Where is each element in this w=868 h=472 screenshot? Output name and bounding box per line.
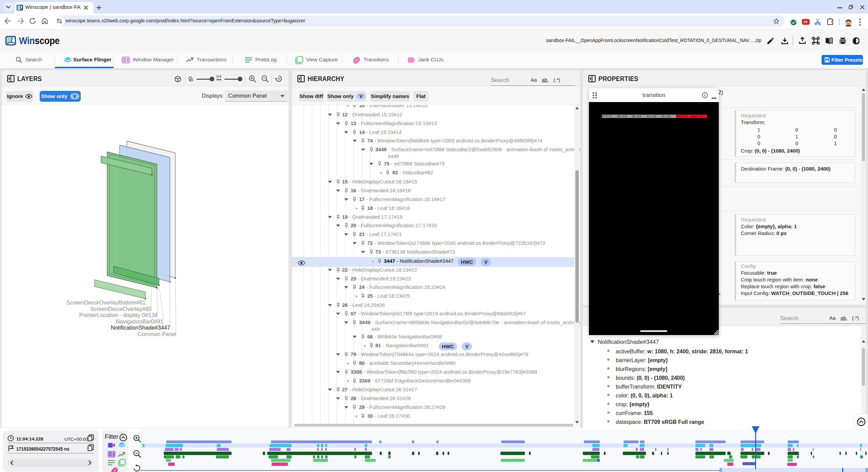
- svg-text:ScreenDecorOverlayBottom#61: ScreenDecorOverlayBottom#61: [66, 299, 145, 306]
- svg-text:NotificationShade#3447: NotificationShade#3447: [111, 324, 170, 331]
- svg-text:NavigationBar0#81: NavigationBar0#81: [116, 318, 163, 324]
- svg-text:Common Panel: Common Panel: [138, 331, 176, 337]
- svg-text:PointerLocation - display 0#13: PointerLocation - display 0#134: [79, 312, 158, 318]
- svg-text:ScreenDecorOverlay#60: ScreenDecorOverlay#60: [90, 306, 152, 312]
